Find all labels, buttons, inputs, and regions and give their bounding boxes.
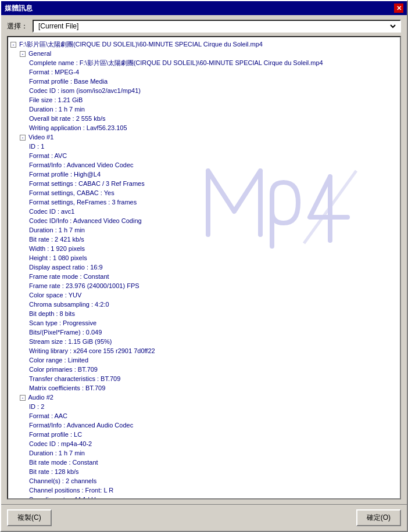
video-item-18: Bit depth : 8 bits [10,309,398,318]
main-window: 媒體訊息 ✕ 選擇： [Current File] - F:\影片區\太陽劇團(… [0,0,408,532]
audio-item-4: Codec ID : mp4a-40-2 [10,439,398,448]
video-item-26: Matrix coefficients : BT.709 [10,383,398,393]
audio-item-0: ID : 2 [10,402,398,411]
media-info-tree: - F:\影片區\太陽劇團(CIRQUE DU SOLEIL)\60-MINUT… [7,36,401,499]
collapse-video-icon[interactable]: - [20,135,26,141]
title-bar: 媒體訊息 ✕ [1,1,407,15]
general-section: - General [10,49,398,58]
general-item-0: Complete name : F:\影片區\太陽劇團(CIRQUE DU SO… [10,58,398,67]
video-item-4: Format settings : CABAC / 3 Ref Frames [10,179,398,188]
ok-button[interactable]: 確定(O) [356,509,401,526]
collapse-audio-icon[interactable]: - [20,395,26,401]
video-item-12: Height : 1 080 pixels [10,253,398,263]
general-item-3: Codec ID : isom (isom/iso2/avc1/mp41) [10,86,398,95]
video-item-24: Color primaries : BT.709 [10,365,398,374]
audio-item-9: Channel positions : Front: L R [10,486,398,495]
video-item-14: Frame rate mode : Constant [10,272,398,281]
video-item-8: Codec ID/Info : Advanced Video Coding [10,216,398,225]
audio-item-2: Format/Info : Advanced Audio Codec [10,420,398,430]
video-item-10: Bit rate : 2 421 kb/s [10,235,398,244]
video-item-25: Transfer characteristics : BT.709 [10,374,398,383]
video-section: - Video #1 [10,132,398,142]
file-select[interactable]: [Current File] [36,21,398,31]
video-item-13: Display aspect ratio : 16:9 [10,263,398,272]
video-item-22: Writing library : x264 core 155 r2901 7d… [10,346,398,355]
selector-label: 選擇： [7,21,28,31]
general-item-4: File size : 1.21 GiB [10,95,398,105]
video-item-20: Bits/(Pixel*Frame) : 0.049 [10,328,398,337]
selector-dropdown[interactable]: [Current File] [33,20,401,33]
content-area: 選擇： [Current File] - F:\影片區\太陽劇團(CIRQUE … [1,15,407,504]
collapse-root-icon[interactable]: - [10,42,16,48]
video-item-16: Color space : YUV [10,290,398,300]
video-item-0: ID : 1 [10,142,398,151]
audio-item-8: Channel(s) : 2 channels [10,476,398,486]
video-item-15: Frame rate : 23.976 (24000/1001) FPS [10,281,398,290]
selector-row: 選擇： [Current File] [7,20,401,33]
audio-item-10: Sampling rate : 44.1 kHz [10,495,398,499]
video-item-11: Width : 1 920 pixels [10,244,398,253]
video-item-1: Format : AVC [10,151,398,160]
root-file-item: - F:\影片區\太陽劇團(CIRQUE DU SOLEIL)\60-MINUT… [10,39,398,49]
audio-item-1: Format : AAC [10,411,398,420]
video-item-6: Format settings, ReFrames : 3 frames [10,197,398,207]
video-item-3: Format profile : High@L4 [10,170,398,179]
bottom-bar: 複製(C) 確定(O) [1,504,407,531]
video-item-5: Format settings, CABAC : Yes [10,188,398,197]
video-item-9: Duration : 1 h 7 min [10,225,398,235]
audio-item-5: Duration : 1 h 7 min [10,448,398,458]
audio-item-3: Format profile : LC [10,430,398,439]
audio-item-6: Bit rate mode : Constant [10,458,398,467]
collapse-general-icon[interactable]: - [20,51,26,57]
close-button[interactable]: ✕ [394,3,403,13]
audio-section: - Audio #2 [10,393,398,402]
video-item-19: Scan type : Progressive [10,318,398,328]
general-item-6: Overall bit rate : 2 555 kb/s [10,114,398,123]
window-title: 媒體訊息 [5,3,33,13]
video-item-17: Chroma subsampling : 4:2:0 [10,300,398,309]
video-item-2: Format/Info : Advanced Video Codec [10,160,398,170]
video-item-7: Codec ID : avc1 [10,207,398,216]
general-item-2: Format profile : Base Media [10,77,398,86]
general-item-1: Format : MPEG-4 [10,67,398,77]
general-item-7: Writing application : Lavf56.23.105 [10,123,398,132]
video-item-21: Stream size : 1.15 GiB (95%) [10,337,398,346]
general-item-5: Duration : 1 h 7 min [10,105,398,114]
copy-button[interactable]: 複製(C) [7,509,52,526]
audio-item-7: Bit rate : 128 kb/s [10,467,398,476]
video-item-23: Color range : Limited [10,355,398,365]
